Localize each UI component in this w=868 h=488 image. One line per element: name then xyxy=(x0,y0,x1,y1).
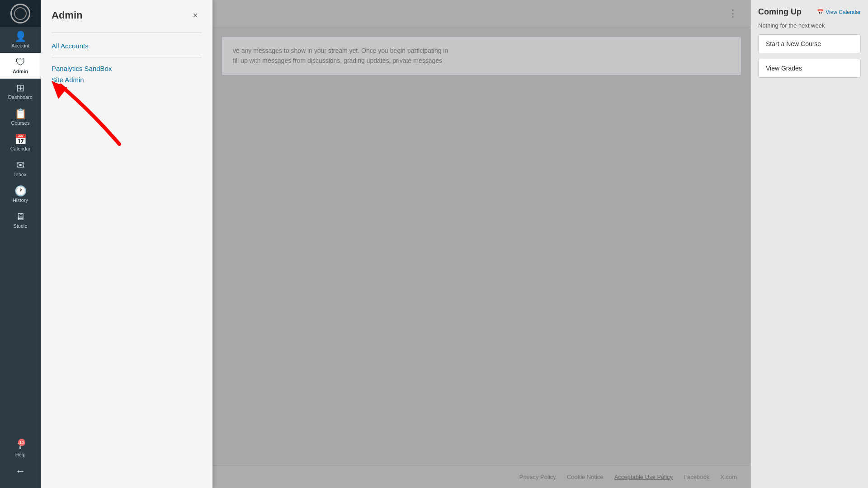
help-badge-count: 10 xyxy=(18,439,25,446)
inbox-icon: ✉ xyxy=(16,160,24,170)
all-accounts-link[interactable]: All Accounts xyxy=(52,40,202,52)
sidebar-item-courses[interactable]: 📋 Courses xyxy=(0,104,41,130)
panalytics-sandbox-link[interactable]: Panalytics SandBox xyxy=(52,63,202,74)
sidebar-item-studio[interactable]: 🖥 Studio xyxy=(0,207,41,233)
view-calendar-label: View Calendar xyxy=(826,9,861,15)
sidebar-logo xyxy=(0,0,41,27)
red-arrow-svg xyxy=(38,76,128,149)
sidebar-item-help[interactable]: ? 10 Help xyxy=(0,436,41,462)
coming-up-header: Coming Up 📅 View Calendar xyxy=(758,7,861,17)
sidebar-item-history[interactable]: 🕐 History xyxy=(0,182,41,207)
sidebar-item-admin[interactable]: 🛡 Admin xyxy=(0,53,41,79)
admin-divider-mid xyxy=(52,57,202,57)
sidebar-item-courses-label: Courses xyxy=(11,120,30,126)
logo-icon xyxy=(10,4,30,23)
right-panel: Coming Up 📅 View Calendar Nothing for th… xyxy=(750,0,868,488)
admin-panel-title: Admin xyxy=(52,9,82,21)
sidebar-item-inbox[interactable]: ✉ Inbox xyxy=(0,156,41,182)
admin-panel-header: Admin × xyxy=(52,9,202,22)
admin-icon: 🛡 xyxy=(15,57,25,67)
sidebar-item-calendar[interactable]: 📅 Calendar xyxy=(0,130,41,156)
nothing-text: Nothing for the next week xyxy=(758,22,861,29)
history-icon: 🕐 xyxy=(14,186,27,196)
admin-panel: Admin × All Accounts Panalytics SandBox … xyxy=(41,0,212,488)
view-calendar-link[interactable]: 📅 View Calendar xyxy=(817,9,861,15)
sidebar-item-account[interactable]: 👤 Account xyxy=(0,27,41,53)
start-new-course-button[interactable]: Start a New Course xyxy=(758,34,861,53)
sidebar-item-dashboard[interactable]: ⊞ Dashboard xyxy=(0,79,41,104)
dashboard-icon: ⊞ xyxy=(16,83,24,93)
coming-up-title: Coming Up xyxy=(758,7,802,17)
studio-icon: 🖥 xyxy=(15,212,25,222)
calendar-icon: 📅 xyxy=(14,135,27,145)
sidebar-item-studio-label: Studio xyxy=(13,223,27,229)
close-button[interactable]: × xyxy=(189,9,202,22)
sidebar-item-account-label: Account xyxy=(11,43,29,48)
sidebar-item-help-label: Help xyxy=(15,452,26,457)
sidebar: 👤 Account 🛡 Admin ⊞ Dashboard 📋 Courses … xyxy=(0,0,41,488)
calendar-small-icon: 📅 xyxy=(817,9,824,15)
dim-overlay xyxy=(212,0,750,488)
collapse-icon: ← xyxy=(15,466,25,476)
sidebar-item-collapse[interactable]: ← xyxy=(0,462,41,481)
main-area: ⋮ ve any messages to show in your stream… xyxy=(212,0,750,488)
help-badge: ? 10 xyxy=(17,441,23,450)
courses-icon: 📋 xyxy=(14,109,27,119)
sidebar-item-dashboard-label: Dashboard xyxy=(8,94,33,100)
sidebar-item-admin-label: Admin xyxy=(13,69,28,74)
account-icon: 👤 xyxy=(14,32,27,42)
view-grades-button[interactable]: View Grades xyxy=(758,59,861,78)
sidebar-item-calendar-label: Calendar xyxy=(10,146,31,151)
sidebar-bottom: ? 10 Help ← xyxy=(0,436,41,481)
svg-marker-0 xyxy=(52,81,67,99)
sidebar-item-history-label: History xyxy=(13,197,28,203)
sidebar-item-inbox-label: Inbox xyxy=(14,172,27,177)
admin-divider-top xyxy=(52,33,202,33)
